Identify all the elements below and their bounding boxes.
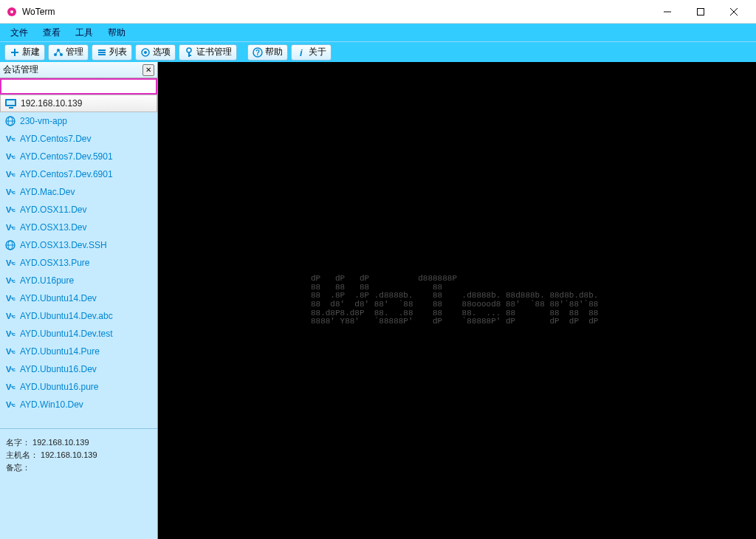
vnc-icon: Vⁿc	[4, 187, 16, 197]
cert-button[interactable]: 证书管理	[179, 44, 237, 61]
session-search-input[interactable]	[0, 78, 157, 95]
detail-name-label: 名字	[6, 436, 22, 449]
session-item[interactable]: VⁿcAYD.Ubuntu16.Dev	[0, 360, 157, 378]
sidebar-close-icon[interactable]: ✕	[142, 64, 154, 76]
terminal-area[interactable]: dP dP dP d888888P 88 88 88 88 88 .8P .8P…	[158, 62, 756, 539]
svg-rect-26	[9, 107, 13, 109]
detail-host-label: 主机名	[6, 449, 30, 461]
session-item-label: AYD.Centos7.Dev.6901	[20, 169, 113, 179]
svg-rect-20	[188, 55, 191, 56]
session-item[interactable]: AYD.OSX13.Dev.SSH	[0, 236, 157, 254]
vnc-icon: Vⁿc	[4, 258, 16, 268]
maximize-button[interactable]	[684, 1, 717, 23]
about-button[interactable]: i关于	[291, 44, 331, 61]
help-button-label: 帮助	[265, 46, 283, 58]
session-item-label: AYD.U16pure	[20, 275, 74, 286]
vnc-icon: Vⁿc	[4, 151, 16, 162]
menu-file[interactable]: 文件	[3, 25, 35, 41]
list-icon	[97, 47, 107, 58]
cert-icon	[184, 47, 194, 58]
minimize-button[interactable]	[650, 1, 684, 23]
vnc-icon: Vⁿc	[4, 275, 16, 286]
session-item[interactable]: VⁿcAYD.U16pure	[0, 272, 157, 289]
menu-view[interactable]: 查看	[35, 25, 68, 41]
rdp-icon	[5, 98, 17, 109]
session-item-label: AYD.Ubuntu14.Dev	[20, 293, 97, 303]
vnc-icon: Vⁿc	[4, 311, 16, 321]
globe-icon	[4, 240, 16, 250]
session-item[interactable]: VⁿcAYD.Ubuntu14.Dev	[0, 289, 157, 307]
cert-button-label: 证书管理	[196, 46, 232, 58]
sidebar-title: 会话管理	[3, 63, 38, 76]
session-item-label: AYD.OSX13.Pure	[20, 258, 90, 268]
session-item[interactable]: VⁿcAYD.OSX11.Dev	[0, 201, 157, 219]
vnc-icon: Vⁿc	[4, 134, 16, 144]
session-item[interactable]: VⁿcAYD.Centos7.Dev.6901	[0, 165, 157, 183]
vnc-icon: Vⁿc	[4, 329, 16, 339]
main: 会话管理 ✕ 192.168.10.139230-vm-appVⁿcAYD.Ce…	[0, 62, 756, 539]
session-item-label: AYD.Ubuntu14.Dev.test	[20, 329, 113, 339]
new-button[interactable]: 新建	[4, 44, 45, 61]
session-item-label: AYD.Ubuntu16.Dev	[20, 364, 97, 374]
session-item[interactable]: VⁿcAYD.Ubuntu14.Dev.abc	[0, 307, 157, 325]
session-item[interactable]: VⁿcAYD.Centos7.Dev.5901	[0, 148, 157, 165]
session-item-label: AYD.Centos7.Dev.5901	[20, 151, 113, 162]
svg-line-11	[55, 50, 58, 55]
session-item[interactable]: VⁿcAYD.OSX13.Dev	[0, 219, 157, 236]
svg-rect-13	[98, 49, 106, 51]
session-item[interactable]: 192.168.10.139	[0, 95, 157, 112]
svg-text:i: i	[300, 47, 303, 58]
session-item[interactable]: VⁿcAYD.Win10.Dev	[0, 396, 157, 413]
app-logo-icon	[6, 6, 18, 18]
vnc-icon: Vⁿc	[4, 346, 16, 357]
info-icon: i	[296, 47, 306, 58]
session-item-label: 192.168.10.139	[21, 98, 82, 109]
session-list[interactable]: 192.168.10.139230-vm-appVⁿcAYD.Centos7.D…	[0, 95, 157, 428]
svg-point-1	[10, 10, 13, 13]
session-item-label: AYD.OSX13.Dev	[20, 222, 86, 233]
window-title: WoTerm	[22, 7, 650, 17]
manage-button-label: 管理	[66, 46, 83, 58]
session-item-label: AYD.Ubuntu16.pure	[20, 382, 99, 392]
help-button[interactable]: ?帮助	[247, 44, 288, 61]
manage-button[interactable]: 管理	[48, 44, 89, 61]
detail-host-value: 192.168.10.139	[41, 449, 97, 461]
sidebar: 会话管理 ✕ 192.168.10.139230-vm-appVⁿcAYD.Ce…	[0, 62, 158, 539]
vnc-icon: Vⁿc	[4, 205, 16, 215]
vnc-icon: Vⁿc	[4, 293, 16, 303]
menu-help[interactable]: 帮助	[100, 25, 133, 41]
svg-point-18	[187, 48, 191, 52]
session-detail: 名字： 192.168.10.139 主机名： 192.168.10.139 备…	[0, 428, 157, 539]
session-item[interactable]: VⁿcAYD.OSX13.Pure	[0, 254, 157, 272]
list-button-label: 列表	[109, 46, 127, 58]
svg-rect-3	[697, 8, 704, 15]
new-button-label: 新建	[22, 46, 40, 58]
list-button[interactable]: 列表	[92, 44, 132, 61]
svg-rect-25	[7, 100, 15, 105]
options-icon	[140, 47, 151, 58]
vnc-icon: Vⁿc	[4, 169, 16, 179]
detail-name-value: 192.168.10.139	[32, 436, 89, 449]
session-item-label: AYD.Mac.Dev	[20, 187, 75, 197]
session-item-label: AYD.OSX11.Dev	[20, 205, 86, 215]
session-item-label: 230-vm-app	[20, 116, 67, 126]
session-item-label: AYD.Centos7.Dev	[20, 134, 92, 144]
options-button[interactable]: 选项	[135, 44, 176, 61]
manage-icon	[53, 47, 63, 58]
svg-text:?: ?	[255, 49, 260, 57]
session-item[interactable]: VⁿcAYD.Ubuntu14.Dev.test	[0, 325, 157, 343]
titlebar: WoTerm	[0, 0, 756, 24]
detail-memo-label: 备忘	[6, 461, 22, 474]
plus-icon	[10, 47, 20, 58]
about-button-label: 关于	[309, 46, 326, 58]
session-item[interactable]: VⁿcAYD.Mac.Dev	[0, 183, 157, 201]
session-item[interactable]: 230-vm-app	[0, 112, 157, 130]
menu-tools[interactable]: 工具	[68, 25, 100, 41]
session-item[interactable]: VⁿcAYD.Ubuntu14.Pure	[0, 343, 157, 360]
close-button[interactable]	[717, 1, 750, 23]
session-item[interactable]: VⁿcAYD.Ubuntu16.pure	[0, 378, 157, 396]
session-item-label: AYD.Win10.Dev	[20, 399, 83, 410]
vnc-icon: Vⁿc	[4, 364, 16, 374]
svg-point-17	[144, 51, 147, 54]
session-item[interactable]: VⁿcAYD.Centos7.Dev	[0, 130, 157, 148]
